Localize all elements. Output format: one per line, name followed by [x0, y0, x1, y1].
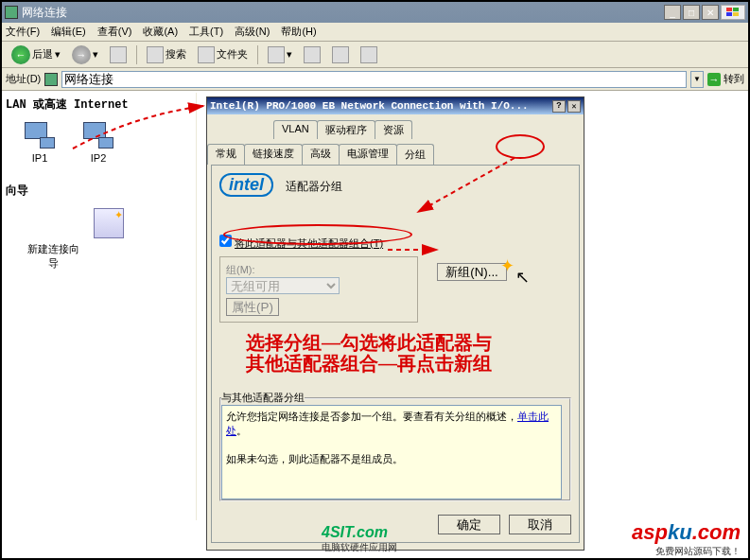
- network-icon: [5, 6, 18, 19]
- dialog-help-button[interactable]: ?: [552, 100, 566, 113]
- go-button[interactable]: →转到: [707, 72, 744, 86]
- footer: 4SIT.com电脑软硬件应用网 aspku.com 免费网站源码下载！: [2, 522, 748, 556]
- new-connection-wizard[interactable]: 新建连接向导: [25, 208, 192, 271]
- new-group-button[interactable]: 新组(N)...: [437, 263, 507, 281]
- brand-aspku: aspku.com 免费网站源码下载！: [632, 520, 741, 558]
- maximize-button[interactable]: □: [683, 5, 700, 20]
- tool-icon-1[interactable]: [300, 44, 324, 65]
- properties-button[interactable]: 属性(P): [226, 298, 279, 316]
- group-combo[interactable]: 无组可用: [226, 277, 340, 294]
- svg-rect-0: [726, 8, 732, 11]
- svg-rect-2: [726, 12, 732, 16]
- tab-linkspeed[interactable]: 链接速度: [244, 144, 303, 165]
- combine-adapter-label: 将此适配器与其他适配器组合(T): [235, 237, 383, 249]
- group-label: 组(M):: [226, 264, 255, 275]
- connection-ip2[interactable]: IP2: [83, 122, 113, 164]
- menu-tools[interactable]: 工具(T): [189, 25, 223, 39]
- tab-panel-group: intel 适配器分组 将此适配器与其他适配器组合(T) 组(M): 无组可用 …: [211, 165, 580, 543]
- tab-general[interactable]: 常规: [207, 144, 245, 165]
- menu-file[interactable]: 文件(F): [6, 25, 40, 39]
- menu-fav[interactable]: 收藏(A): [143, 25, 178, 39]
- combine-adapter-checkbox[interactable]: [219, 235, 232, 247]
- annotation-hint: 选择分组—勾选将此适配器与其他适配器组合—再点击新组: [246, 332, 492, 374]
- cursor-icon: ↖: [515, 267, 530, 288]
- left-pane: LAN 或高速 Internet IP1 IP2 向导 新建连接向导: [2, 93, 197, 520]
- lan-header: LAN 或高速 Internet: [6, 96, 192, 113]
- close-button[interactable]: ✕: [702, 5, 719, 20]
- views-button[interactable]: ▾: [264, 44, 296, 65]
- address-input[interactable]: [61, 71, 687, 88]
- connection-ip1[interactable]: IP1: [25, 122, 55, 164]
- menu-help[interactable]: 帮助(H): [281, 25, 316, 39]
- intel-logo: intel: [219, 173, 273, 197]
- tab-group[interactable]: 分组: [396, 144, 434, 165]
- folders-button[interactable]: 文件夹: [194, 44, 252, 65]
- address-dropdown[interactable]: ▼: [690, 71, 704, 88]
- dialog-titlebar: Intel(R) PRO/1000 EB Network Connection …: [207, 97, 584, 114]
- wizard-icon: [94, 208, 124, 238]
- menu-adv[interactable]: 高级(N): [235, 25, 270, 39]
- menubar: 文件(F) 编辑(E) 查看(V) 收藏(A) 工具(T) 高级(N) 帮助(H…: [2, 23, 748, 42]
- dialog-title: Intel(R) PRO/1000 EB Network Connection …: [210, 100, 550, 112]
- nic-icon: [83, 122, 113, 149]
- address-label: 地址(D): [6, 72, 41, 86]
- menu-view[interactable]: 查看(V): [97, 25, 132, 39]
- properties-dialog: Intel(R) PRO/1000 EB Network Connection …: [206, 96, 584, 551]
- tab-vlan[interactable]: VLAN: [273, 120, 318, 139]
- info-box: 允许您指定网络连接是否参加一个组。要查看有关分组的概述，单击此处。 如果未勾选，…: [221, 405, 562, 499]
- tab-advanced[interactable]: 高级: [302, 144, 340, 165]
- svg-rect-3: [733, 12, 739, 16]
- minimize-button[interactable]: _: [664, 5, 681, 20]
- address-icon: [44, 73, 58, 86]
- tab-resource[interactable]: 资源: [375, 120, 412, 139]
- xp-flag-icon: [721, 5, 745, 20]
- back-button[interactable]: ←后退 ▾: [8, 44, 64, 66]
- nic-icon: [25, 122, 55, 149]
- forward-button[interactable]: → ▾: [68, 44, 102, 66]
- up-button[interactable]: [106, 44, 131, 65]
- window-titlebar: 网络连接 _ □ ✕: [2, 2, 748, 23]
- tool-icon-3[interactable]: [357, 44, 381, 65]
- menu-edit[interactable]: 编辑(E): [51, 25, 86, 39]
- tool-icon-2[interactable]: [328, 44, 353, 65]
- other-group-fieldset: 与其他适配器分组 允许您指定网络连接是否参加一个组。要查看有关分组的概述，单击此…: [219, 391, 571, 501]
- dialog-close-button[interactable]: ✕: [567, 100, 581, 113]
- window-title: 网络连接: [22, 5, 664, 21]
- guide-header: 向导: [6, 183, 192, 199]
- address-bar: 地址(D) ▼ →转到: [2, 68, 748, 91]
- tab-driver[interactable]: 驱动程序: [317, 120, 375, 139]
- search-button[interactable]: 搜索: [143, 44, 190, 65]
- section-title: 适配器分组: [286, 179, 342, 195]
- svg-rect-1: [733, 8, 739, 11]
- tab-power[interactable]: 电源管理: [339, 144, 397, 165]
- brand-4sit: 4SIT.com电脑软硬件应用网: [322, 524, 397, 554]
- toolbar: ←后退 ▾ → ▾ 搜索 文件夹 ▾: [2, 42, 748, 68]
